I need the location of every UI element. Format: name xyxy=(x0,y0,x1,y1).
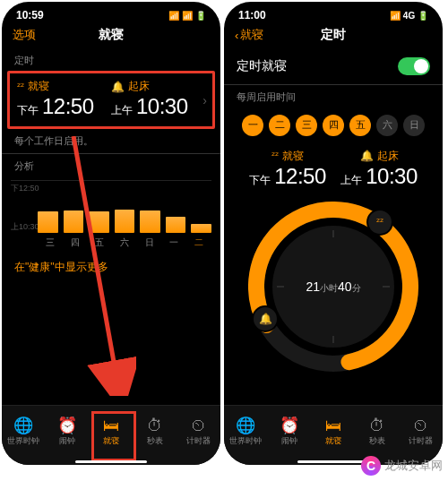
alarm-icon: ⏰ xyxy=(280,417,299,434)
tab-timer[interactable]: ⏲计时器 xyxy=(399,406,443,458)
status-bar: 10:59 📶 📶 🔋 xyxy=(2,2,220,23)
page-title: 就寝 xyxy=(99,27,124,43)
day-fri[interactable]: 五 xyxy=(349,115,371,136)
schedule-row[interactable]: ᶻᶻ 就寝 下午 12:50 🔔 起床 上午 10:30 xyxy=(10,73,212,126)
page-title: 定时 xyxy=(321,27,346,43)
chart-xaxis: 三 四 五 六 日 一 二 xyxy=(38,236,211,249)
workdays-caption: 每个工作日启用。 xyxy=(2,129,220,153)
home-indicator[interactable] xyxy=(297,460,369,463)
duration-display: 21小时40分 xyxy=(306,279,360,294)
stopwatch-icon: ⏱ xyxy=(369,417,385,434)
tab-alarm[interactable]: ⏰闹钟 xyxy=(268,406,312,458)
bed-icon: ᶻᶻ xyxy=(17,81,24,93)
chart-bars xyxy=(38,197,211,233)
wake-prefix: 上午 xyxy=(111,103,133,118)
wake-label: 🔔 起床 xyxy=(111,79,205,94)
bedtime-handle[interactable]: 🔔 xyxy=(252,305,279,332)
options-button[interactable]: 选项 xyxy=(13,27,36,43)
scheduled-label: 定时就寝 xyxy=(237,58,287,74)
nav-bar: ‹ 就寝 定时 xyxy=(224,23,443,48)
tab-world-clock[interactable]: 🌐世界时钟 xyxy=(224,406,268,458)
timer-icon: ⏲ xyxy=(191,417,207,434)
status-indicators: 📶 4G 🔋 xyxy=(390,11,428,21)
day-wed[interactable]: 三 xyxy=(296,115,317,136)
wake-handle[interactable]: ᶻᶻ xyxy=(366,209,393,236)
sleep-dial[interactable]: 🔔 ᶻᶻ 21小时40分 xyxy=(248,202,418,372)
status-indicators: 📶 📶 🔋 xyxy=(168,11,206,21)
back-button[interactable]: ‹ 就寝 xyxy=(235,27,263,43)
alarm-icon: ⏰ xyxy=(57,417,77,434)
bedtime-label: ᶻᶻ就寝 xyxy=(242,149,333,164)
bedtime-prefix: 下午 xyxy=(17,103,39,118)
tab-world-clock[interactable]: 🌐世界时钟 xyxy=(2,406,46,458)
bedtime-value: 12:50 xyxy=(42,94,94,119)
bell-icon: 🔔 xyxy=(111,81,125,93)
chart-y-top: 下12:50 xyxy=(11,183,39,194)
tab-bedtime[interactable]: 🛏就寝 xyxy=(312,406,356,458)
phone-left: 10:59 📶 📶 🔋 选项 就寝 定时 ᶻᶻ 就寝 下午 12:50 xyxy=(2,2,220,465)
chevron-left-icon: ‹ xyxy=(235,29,238,42)
schedule-display: ᶻᶻ就寝 下午 12:50 🔔起床 上午 10:30 xyxy=(224,145,443,196)
tab-stopwatch[interactable]: ⏱秒表 xyxy=(355,406,399,458)
chart-y-bot: 上10:30 xyxy=(11,221,39,233)
day-selector: 一 二 三 四 五 六 日 xyxy=(224,107,443,145)
health-link[interactable]: 在"健康"中显示更多 xyxy=(2,254,220,280)
timer-icon: ⏲ xyxy=(413,417,429,434)
day-mon[interactable]: 一 xyxy=(242,115,263,136)
section-analysis-label: 分析 xyxy=(2,154,220,176)
bell-icon: 🔔 xyxy=(360,150,374,162)
tab-bar: 🌐世界时钟 ⏰闹钟 🛏就寝 ⏱秒表 ⏲计时器 xyxy=(2,405,220,465)
status-time: 11:00 xyxy=(238,9,266,21)
home-indicator[interactable] xyxy=(75,460,147,463)
watermark-logo-icon: C xyxy=(361,456,381,476)
bedtime-label: ᶻᶻ 就寝 xyxy=(17,79,111,94)
sleep-chart: 下12:50 上10:30 三 四 五 六 日 一 二 xyxy=(11,180,211,253)
chevron-right-icon: › xyxy=(202,93,207,107)
wake-value: 10:30 xyxy=(136,94,188,119)
wake-value: 10:30 xyxy=(366,164,418,189)
bed-icon: ᶻᶻ xyxy=(271,150,279,162)
section-weekly-label: 每周启用时间 xyxy=(224,85,443,107)
phone-right: 11:00 📶 4G 🔋 ‹ 就寝 定时 定时就寝 每周启用时间 一 二 三 四… xyxy=(224,2,443,465)
scheduled-toggle[interactable] xyxy=(398,57,430,75)
tab-timer[interactable]: ⏲计时器 xyxy=(177,406,220,458)
watermark: C 龙城安卓网 xyxy=(361,456,443,476)
wake-label: 🔔起床 xyxy=(333,149,425,164)
globe-icon: 🌐 xyxy=(13,417,33,434)
section-timer-label: 定时 xyxy=(2,48,220,71)
tab-alarm[interactable]: ⏰闹钟 xyxy=(46,406,90,458)
highlight-box-tab xyxy=(91,411,136,461)
nav-bar: 选项 就寝 xyxy=(2,23,220,48)
bed-icon: 🛏 xyxy=(325,417,341,434)
day-sat[interactable]: 六 xyxy=(376,115,398,136)
day-tue[interactable]: 二 xyxy=(269,115,290,136)
highlight-box-times: ᶻᶻ 就寝 下午 12:50 🔔 起床 上午 10:30 xyxy=(7,71,215,129)
status-bar: 11:00 📶 4G 🔋 xyxy=(224,2,443,23)
status-time: 10:59 xyxy=(16,9,44,21)
day-thu[interactable]: 四 xyxy=(323,115,344,136)
bedtime-value: 12:50 xyxy=(274,164,326,189)
tab-stopwatch[interactable]: ⏱秒表 xyxy=(133,406,177,458)
stopwatch-icon: ⏱ xyxy=(147,417,163,434)
globe-icon: 🌐 xyxy=(236,417,255,434)
day-sun[interactable]: 日 xyxy=(403,115,425,136)
scheduled-bedtime-row: 定时就寝 xyxy=(224,48,443,84)
